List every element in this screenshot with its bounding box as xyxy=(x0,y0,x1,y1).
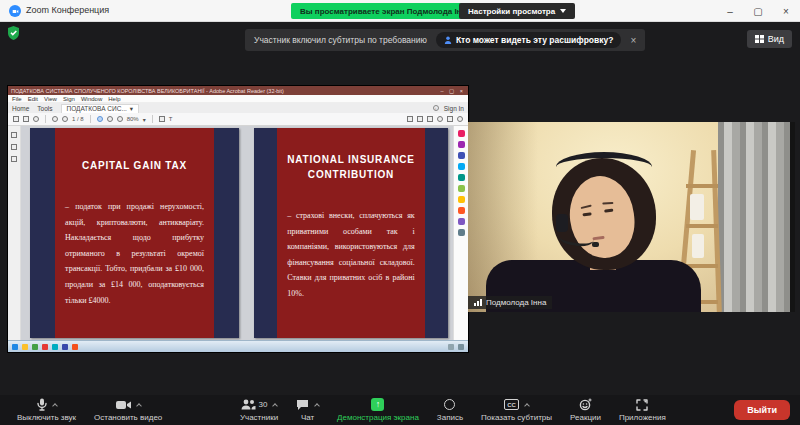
taskbar-app-icon xyxy=(52,344,58,350)
headset-band-icon xyxy=(556,152,652,182)
zoom-app-icon xyxy=(9,5,21,17)
menu-window: Window xyxy=(81,96,102,102)
taskbar-app-icon xyxy=(72,344,78,350)
up-arrow-icon: ↑ xyxy=(376,400,381,409)
menu-edit: Edit xyxy=(28,96,38,102)
view-button-label: Вид xyxy=(768,34,784,44)
participants-label: Участники xyxy=(240,413,278,422)
mute-label: Выключить звук xyxy=(17,413,76,422)
acrobat-tabbar: Home Tools ПОДАТКОВА СИС... ▾ i Sign In xyxy=(8,103,468,113)
participant-name-tag: Подмолода Інна xyxy=(468,296,552,309)
sign-in-link: Sign In xyxy=(444,105,464,112)
acrobat-title: ПОДАТКОВА СИСТЕМА СПОЛУЧЕНОГО КОРОЛІВСТВ… xyxy=(11,88,284,94)
chevron-down-icon xyxy=(560,9,566,13)
chevron-up-icon[interactable] xyxy=(136,403,142,409)
zoom-in-icon xyxy=(117,116,123,122)
acrobat-tools-panel xyxy=(453,126,468,340)
acrobat-menubar: File Edit View Sign Window Help xyxy=(8,95,468,103)
tool-icon-teal xyxy=(458,174,465,181)
record-icon xyxy=(444,399,455,410)
taskbar-app-icon xyxy=(62,344,68,350)
reactions-button[interactable]: Реакции xyxy=(561,395,610,425)
record-button[interactable]: Запись xyxy=(428,395,472,425)
menu-view: View xyxy=(44,96,57,102)
slide-national-insurance: NATIONAL INSURANCE CONTRIBUTION – страхо… xyxy=(254,128,448,338)
apps-label: Приложения xyxy=(619,413,666,422)
curtain-background xyxy=(718,122,790,312)
meeting-area: Участник включил субтитры по требованию … xyxy=(0,22,800,395)
participants-button[interactable]: 30 Участники xyxy=(231,395,287,425)
who-can-see-transcript-label: Кто может видеть эту расшифровку? xyxy=(456,35,614,45)
highlight-icon xyxy=(417,116,423,122)
acrobat-document-area: CAPITAL GAIN TAX – податок при продажі н… xyxy=(8,126,468,340)
stop-video-button[interactable]: Остановить видео xyxy=(85,395,171,425)
tool-icon-violet xyxy=(458,218,465,225)
tool-icon-pink xyxy=(458,130,465,137)
video-edge xyxy=(790,122,795,312)
slide-red-panel: NATIONAL INSURANCE CONTRIBUTION – страхо… xyxy=(277,128,424,338)
chat-label: Чат xyxy=(301,413,314,422)
reactions-label: Реакции xyxy=(570,413,601,422)
window-title: Zoom Конференция xyxy=(26,5,109,15)
tray-icon xyxy=(458,344,464,350)
reactions-smiley-icon xyxy=(579,398,592,411)
tool-icon-yellow xyxy=(458,196,465,203)
share-screen-label: Демонстрация экрана xyxy=(337,413,419,422)
slide-capital-gain-tax: CAPITAL GAIN TAX – податок при продажі н… xyxy=(30,128,239,338)
security-shield-icon[interactable] xyxy=(7,26,20,44)
who-can-see-transcript-button[interactable]: Кто может видеть эту расшифровку? xyxy=(436,32,622,48)
shared-screen: ПОДАТКОВА СИСТЕМА СПОЛУЧЕНОГО КОРОЛІВСТВ… xyxy=(8,86,468,352)
acrobat-tab-right: i Sign In xyxy=(433,105,464,112)
pdf-canvas: CAPITAL GAIN TAX – податок при продажі н… xyxy=(21,126,453,340)
apps-button[interactable]: Приложения xyxy=(610,395,675,425)
tool-icon-purple xyxy=(458,141,465,148)
signal-bars-icon xyxy=(474,299,482,306)
maximize-button[interactable]: ▢ xyxy=(744,0,772,22)
tray-icon xyxy=(448,344,454,350)
hand-tool-icon xyxy=(97,116,103,122)
view-settings-label: Настройки просмотра xyxy=(468,7,555,16)
acrobat-titlebar: ПОДАТКОВА СИСТЕМА СПОЛУЧЕНОГО КОРОЛІВСТВ… xyxy=(8,86,468,95)
share-screen-button[interactable]: ↑ Демонстрация экрана xyxy=(328,395,428,425)
zoom-out-icon xyxy=(107,116,113,122)
tool-icon-gray xyxy=(458,229,465,236)
fit-width-icon xyxy=(159,116,165,122)
person-icon xyxy=(444,36,452,44)
mute-button[interactable]: Выключить звук xyxy=(8,395,85,425)
tool-icon-indigo xyxy=(458,152,465,159)
leave-button[interactable]: Выйти xyxy=(734,400,790,420)
print-icon xyxy=(23,116,29,122)
save-icon xyxy=(13,116,19,122)
view-layout-button[interactable]: Вид xyxy=(747,30,792,48)
slide-title: CAPITAL GAIN TAX xyxy=(61,158,208,173)
slide-title: NATIONAL INSURANCE CONTRIBUTION xyxy=(283,152,418,182)
chevron-up-icon[interactable] xyxy=(52,403,58,409)
notification-close-icon[interactable]: × xyxy=(630,35,636,46)
tab-document: ПОДАТКОВА СИС... ▾ xyxy=(61,104,140,113)
page-up-icon xyxy=(52,116,58,122)
captions-button[interactable]: CC Показать субтитры xyxy=(472,395,561,425)
chevron-up-icon[interactable] xyxy=(524,403,530,409)
participant-video: Подмолода Інна xyxy=(468,122,795,312)
close-button[interactable]: × xyxy=(772,0,800,22)
rotate-icon xyxy=(437,116,443,122)
acrobat-left-panel xyxy=(8,126,21,340)
tab-home: Home xyxy=(12,105,29,112)
captions-icon: CC xyxy=(504,399,519,410)
captions-label: Показать субтитры xyxy=(481,413,552,422)
view-grid-icon xyxy=(755,35,764,43)
chevron-up-icon[interactable] xyxy=(273,403,279,409)
page-indicator: 1 / 8 xyxy=(72,116,84,122)
shared-desktop-taskbar xyxy=(8,340,468,352)
start-icon xyxy=(12,344,18,350)
participants-count: 30 xyxy=(259,400,268,409)
minimize-button[interactable]: – xyxy=(716,0,744,22)
view-settings-button[interactable]: Настройки просмотра xyxy=(459,3,575,19)
search-icon xyxy=(33,116,39,122)
chat-button[interactable]: Чат xyxy=(287,395,328,425)
chevron-up-icon[interactable] xyxy=(314,403,320,409)
taskbar-app-icon xyxy=(42,344,48,350)
zoom-meeting-window: Zoom Конференция Вы просматриваете экран… xyxy=(0,0,800,425)
thumbnails-icon xyxy=(11,132,17,138)
shelf-item xyxy=(692,234,704,258)
